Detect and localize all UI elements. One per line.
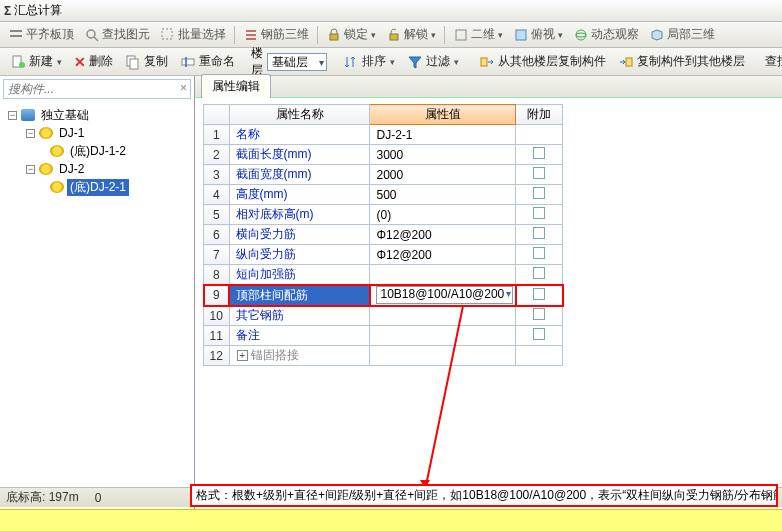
tool-unlock[interactable]: 解锁▾ <box>382 24 440 45</box>
prop-value[interactable]: Φ12@200 <box>370 245 516 265</box>
tree-panel: × −独立基础 −DJ-1 (底)DJ-1-2 −DJ-2 (底)DJ-2-1 <box>0 76 195 510</box>
tree-leaf-dj2-1[interactable]: (底)DJ-2-1 <box>2 178 192 196</box>
btn-new[interactable]: 新建▾ <box>6 51 66 72</box>
row-number: 2 <box>204 145 230 165</box>
svg-rect-8 <box>516 30 526 40</box>
table-row[interactable]: 8短向加强筋 <box>204 265 563 285</box>
prop-extra[interactable] <box>516 326 563 346</box>
checkbox-icon[interactable] <box>533 247 545 259</box>
collapse-icon[interactable]: − <box>26 129 35 138</box>
prop-value[interactable]: (0) <box>370 205 516 225</box>
table-row[interactable]: 1名称DJ-2-1 <box>204 125 563 145</box>
prop-value[interactable]: 500 <box>370 185 516 205</box>
tab-property-edit[interactable]: 属性编辑 <box>201 74 271 98</box>
toolbar-upper: 平齐板顶 查找图元 批量选择 钢筋三维 锁定▾ 解锁▾ 二维▾ 俯视▾ 动态观察… <box>0 22 782 48</box>
prop-name: 短向加强筋 <box>229 265 370 285</box>
svg-point-2 <box>87 30 95 38</box>
table-row[interactable]: 10其它钢筋 <box>204 306 563 326</box>
prop-extra[interactable] <box>516 285 563 306</box>
tool-find-element[interactable]: 查找图元 <box>80 24 154 45</box>
tool-partial-3d[interactable]: 局部三维 <box>645 24 719 45</box>
checkbox-icon[interactable] <box>533 207 545 219</box>
checkbox-icon[interactable] <box>533 147 545 159</box>
prop-value[interactable]: 3000 <box>370 145 516 165</box>
tool-top-view[interactable]: 俯视▾ <box>509 24 567 45</box>
checkbox-icon[interactable] <box>533 308 545 320</box>
tool-orbit[interactable]: 动态观察 <box>569 24 643 45</box>
prop-extra[interactable] <box>516 145 563 165</box>
table-row[interactable]: 5相对底标高(m)(0) <box>204 205 563 225</box>
search-input[interactable] <box>3 79 191 99</box>
tool-lock[interactable]: 锁定▾ <box>322 24 380 45</box>
app-title: 汇总计算 <box>14 2 62 19</box>
prop-value[interactable] <box>370 326 516 346</box>
prop-extra[interactable] <box>516 265 563 285</box>
prop-name: 名称 <box>229 125 370 145</box>
prop-extra[interactable] <box>516 165 563 185</box>
floor-combo[interactable]: 基础层 <box>267 53 327 71</box>
rebar-icon <box>243 27 259 43</box>
table-row[interactable]: 9顶部柱间配筋10B18@100/A10@200 <box>204 285 563 306</box>
btn-delete[interactable]: ✕删除 <box>70 51 117 72</box>
prop-value[interactable]: DJ-2-1 <box>370 125 516 145</box>
prop-value[interactable] <box>370 306 516 326</box>
collapse-icon[interactable]: − <box>8 111 17 120</box>
prop-extra[interactable] <box>516 225 563 245</box>
table-row[interactable]: 11备注 <box>204 326 563 346</box>
search-box[interactable]: × <box>3 79 191 99</box>
svg-rect-18 <box>626 58 632 66</box>
prop-extra[interactable] <box>516 125 563 145</box>
align-icon <box>8 27 24 43</box>
checkbox-icon[interactable] <box>533 267 545 279</box>
sort-icon <box>343 54 359 70</box>
tree-leaf-dj1-2[interactable]: (底)DJ-1-2 <box>2 142 192 160</box>
btn-sort[interactable]: 排序▾ <box>339 51 399 72</box>
btn-copy[interactable]: 复制 <box>121 51 172 72</box>
topview-icon <box>513 27 529 43</box>
table-row[interactable]: 3截面宽度(mm)2000 <box>204 165 563 185</box>
checkbox-icon[interactable] <box>533 167 545 179</box>
prop-value[interactable] <box>370 346 516 366</box>
checkbox-icon[interactable] <box>533 187 545 199</box>
tool-2d[interactable]: 二维▾ <box>449 24 507 45</box>
table-row[interactable]: 12+锚固搭接 <box>204 346 563 366</box>
checkbox-icon[interactable] <box>533 328 545 340</box>
prop-value[interactable]: Φ12@200 <box>370 225 516 245</box>
checkbox-icon[interactable] <box>533 227 545 239</box>
prop-extra[interactable] <box>516 205 563 225</box>
btn-rename[interactable]: 重命名 <box>176 51 239 72</box>
btn-find[interactable]: 查找▾ <box>761 51 782 72</box>
prop-name: 相对底标高(m) <box>229 205 370 225</box>
tree-node-dj1[interactable]: −DJ-1 <box>2 124 192 142</box>
prop-extra[interactable] <box>516 306 563 326</box>
tree-node-dj2[interactable]: −DJ-2 <box>2 160 192 178</box>
tool-rebar-3d[interactable]: 钢筋三维 <box>239 24 313 45</box>
row-number: 8 <box>204 265 230 285</box>
prop-name: 纵向受力筋 <box>229 245 370 265</box>
svg-rect-15 <box>182 59 194 65</box>
expand-icon[interactable]: + <box>237 350 248 361</box>
prop-value[interactable]: 2000 <box>370 165 516 185</box>
svg-line-3 <box>94 37 98 41</box>
prop-extra[interactable] <box>516 346 563 366</box>
tool-level-top[interactable]: 平齐板顶 <box>4 24 78 45</box>
btn-copy-from[interactable]: 从其他楼层复制构件 <box>475 51 610 72</box>
table-row[interactable]: 6横向受力筋Φ12@200 <box>204 225 563 245</box>
table-row[interactable]: 7纵向受力筋Φ12@200 <box>204 245 563 265</box>
orbit-icon <box>573 27 589 43</box>
tree-root[interactable]: −独立基础 <box>2 106 192 124</box>
prop-extra[interactable] <box>516 185 563 205</box>
prop-value[interactable] <box>370 265 516 285</box>
btn-copy-to[interactable]: 复制构件到其他楼层 <box>614 51 749 72</box>
svg-rect-6 <box>390 34 398 40</box>
btn-filter[interactable]: 过滤▾ <box>403 51 463 72</box>
clear-icon[interactable]: × <box>180 81 187 95</box>
table-row[interactable]: 2截面长度(mm)3000 <box>204 145 563 165</box>
collapse-icon[interactable]: − <box>26 165 35 174</box>
table-row[interactable]: 4高度(mm)500 <box>204 185 563 205</box>
select-icon <box>160 27 176 43</box>
checkbox-icon[interactable] <box>533 288 545 300</box>
tool-batch-select[interactable]: 批量选择 <box>156 24 230 45</box>
prop-value[interactable]: 10B18@100/A10@200 <box>370 285 516 306</box>
prop-extra[interactable] <box>516 245 563 265</box>
